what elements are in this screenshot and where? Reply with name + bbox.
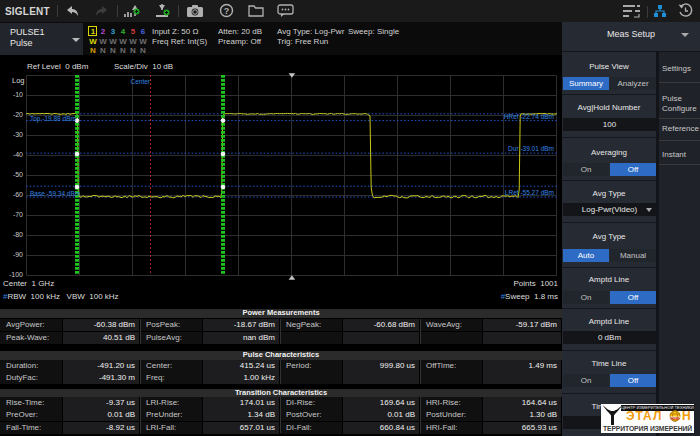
svg-text:ПРИБОР: ПРИБОР — [670, 416, 681, 420]
svg-text:?: ? — [224, 6, 230, 16]
